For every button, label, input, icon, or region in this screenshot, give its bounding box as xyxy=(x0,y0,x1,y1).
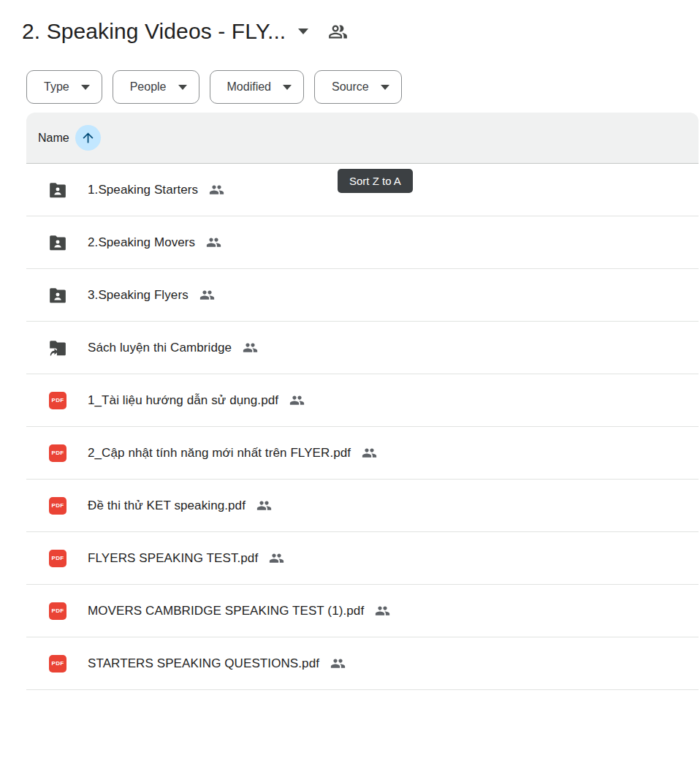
chevron-down-icon xyxy=(381,85,389,90)
pdf-icon: PDF xyxy=(48,602,67,621)
pdf-icon: PDF xyxy=(48,654,67,673)
chevron-down-icon xyxy=(81,85,90,90)
file-row[interactable]: 3.Speaking Flyers xyxy=(26,269,699,322)
sort-ascending-button[interactable] xyxy=(75,125,101,151)
file-name: FLYERS SPEAKING TEST.pdf xyxy=(88,551,258,566)
shared-people-icon xyxy=(289,393,305,408)
shared-people-icon xyxy=(362,445,377,461)
pdf-icon: PDF xyxy=(49,392,66,409)
shortcut-folder-icon xyxy=(48,338,67,357)
filter-chip-bar: Type People Modified Source xyxy=(26,70,700,104)
file-name: MOVERS CAMBRIDGE SPEAKING TEST (1).pdf xyxy=(88,604,364,618)
name-column-label: Name xyxy=(38,132,69,145)
file-list: 1.Speaking Starters 2.Speaking Movers 3.… xyxy=(26,164,699,690)
pdf-icon: PDF xyxy=(49,602,66,620)
pdf-icon: PDF xyxy=(48,496,67,515)
shared-folder-icon xyxy=(48,233,67,252)
file-name: 2_Cập nhật tính năng mới nhất trên FLYER… xyxy=(88,446,351,461)
pdf-icon: PDF xyxy=(49,550,66,567)
shared-people-icon xyxy=(199,287,215,303)
filter-chip-label: People xyxy=(130,80,167,94)
file-name: Sách luyện thi Cambridge xyxy=(88,341,232,355)
shared-people-icon xyxy=(256,498,272,513)
file-name: STARTERS SPEAKING QUESTIONS.pdf xyxy=(88,656,319,671)
file-name: Đề thi thử KET speaking.pdf xyxy=(88,499,246,513)
file-row[interactable]: PDF 2_Cập nhật tính năng mới nhất trên F… xyxy=(26,427,699,480)
sort-tooltip: Sort Z to A xyxy=(338,169,413,193)
pdf-icon: PDF xyxy=(49,497,66,515)
chevron-down-icon[interactable] xyxy=(298,29,308,34)
folder-header: 2. Speaking Videos - FLY... xyxy=(0,0,700,47)
file-name: 3.Speaking Flyers xyxy=(88,288,189,303)
file-row[interactable]: PDF STARTERS SPEAKING QUESTIONS.pdf xyxy=(26,637,699,690)
arrow-upward-icon xyxy=(80,130,96,145)
pdf-icon: PDF xyxy=(49,444,66,462)
page-title[interactable]: 2. Speaking Videos - FLY... xyxy=(22,19,286,44)
file-name: 2.Speaking Movers xyxy=(88,235,195,250)
file-name: 1.Speaking Starters xyxy=(88,183,198,197)
file-row[interactable]: Sách luyện thi Cambridge xyxy=(26,322,699,374)
people-alt-icon[interactable] xyxy=(328,22,348,42)
filter-chip[interactable]: Source xyxy=(314,70,402,104)
shared-people-icon xyxy=(206,235,221,250)
chevron-down-icon xyxy=(178,85,187,90)
filter-chip[interactable]: Type xyxy=(26,70,102,104)
shared-people-icon xyxy=(243,340,258,355)
file-row[interactable]: 2.Speaking Movers xyxy=(26,216,699,269)
file-row[interactable]: PDF MOVERS CAMBRIDGE SPEAKING TEST (1).p… xyxy=(26,585,699,637)
shared-people-icon xyxy=(269,550,284,566)
filter-chip[interactable]: People xyxy=(113,70,199,104)
shared-folder-icon xyxy=(48,286,67,305)
file-row[interactable]: PDF FLYERS SPEAKING TEST.pdf xyxy=(26,532,699,585)
shared-people-icon xyxy=(209,182,224,197)
file-name: 1_Tài liệu hướng dẫn sử dụng.pdf xyxy=(88,393,278,408)
pdf-icon: PDF xyxy=(48,549,67,568)
file-row[interactable]: PDF 1_Tài liệu hướng dẫn sử dụng.pdf xyxy=(26,374,699,427)
shared-folder-icon xyxy=(48,181,67,200)
file-row[interactable]: PDF Đề thi thử KET speaking.pdf xyxy=(26,480,699,532)
filter-chip-label: Modified xyxy=(227,80,271,94)
pdf-icon: PDF xyxy=(49,655,66,673)
pdf-icon: PDF xyxy=(48,444,67,463)
filter-chip[interactable]: Modified xyxy=(210,70,304,104)
name-column-header[interactable]: Name xyxy=(26,113,699,164)
chevron-down-icon xyxy=(283,85,292,90)
filter-chip-label: Source xyxy=(332,80,369,94)
shared-people-icon xyxy=(375,603,390,618)
filter-chip-label: Type xyxy=(44,80,69,94)
pdf-icon: PDF xyxy=(48,391,67,410)
shared-people-icon xyxy=(330,656,346,671)
